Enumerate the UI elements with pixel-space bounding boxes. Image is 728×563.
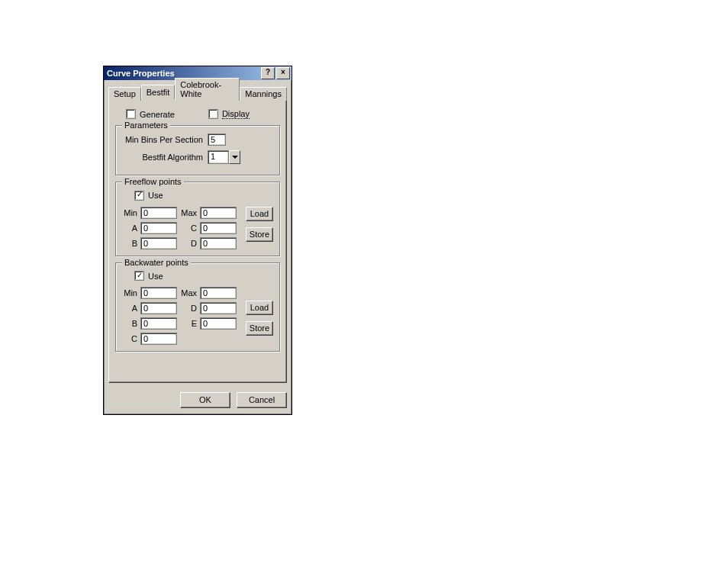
bw-min-input[interactable]: 0: [140, 287, 177, 299]
ff-min-input[interactable]: 0: [140, 207, 177, 219]
bw-c-input[interactable]: 0: [140, 333, 177, 345]
ff-b-label: B: [122, 239, 137, 248]
checkbox-checked-icon: [134, 271, 144, 281]
ff-d-label: D: [180, 239, 197, 248]
bestfit-algo-value[interactable]: 1: [208, 150, 229, 164]
tabstrip: Setup Bestfit Colebrook-White Mannings: [108, 85, 287, 100]
ff-a-input[interactable]: 0: [140, 222, 177, 234]
tabpanel-bestfit: Generate Display Parameters Min Bins Per…: [108, 99, 287, 383]
freeflow-use-checkbox[interactable]: Use: [134, 191, 163, 201]
bw-b-label: B: [122, 319, 137, 328]
backwater-use-label: Use: [148, 272, 163, 281]
curve-properties-dialog: Curve Properties ? × Setup Bestfit Coleb…: [103, 66, 292, 415]
backwater-legend: Backwater points: [122, 258, 191, 267]
bw-min-label: Min: [122, 288, 137, 298]
tab-bestfit[interactable]: Bestfit: [141, 85, 176, 100]
ff-d-input[interactable]: 0: [200, 237, 237, 249]
backwater-group: Backwater points Use Min 0 Max 0 A 0: [115, 262, 280, 352]
ff-c-label: C: [180, 224, 197, 233]
bw-b-input[interactable]: 0: [140, 317, 177, 330]
dialog-client: Setup Bestfit Colebrook-White Mannings G…: [104, 80, 292, 388]
backwater-use-checkbox[interactable]: Use: [134, 271, 163, 281]
freeflow-legend: Freeflow points: [122, 177, 184, 186]
bw-max-input[interactable]: 0: [200, 287, 237, 299]
bw-d-label: D: [180, 304, 197, 313]
parameters-group: Parameters Min Bins Per Section 5 Bestfi…: [115, 125, 280, 175]
ff-min-label: Min: [122, 208, 137, 217]
ff-max-input[interactable]: 0: [200, 207, 237, 219]
min-bins-input[interactable]: 5: [208, 134, 226, 146]
bw-e-label: E: [180, 319, 197, 328]
bw-d-input[interactable]: 0: [200, 302, 237, 314]
bestfit-algo-label: Bestfit Algorithm: [122, 153, 208, 162]
freeflow-use-label: Use: [148, 191, 163, 200]
backwater-load-button[interactable]: Load: [246, 301, 273, 315]
ff-max-label: Max: [180, 208, 197, 217]
checkbox-icon: [126, 109, 136, 119]
dialog-title: Curve Properties: [107, 69, 259, 78]
bw-c-label: C: [122, 334, 137, 343]
bw-a-label: A: [122, 304, 137, 313]
ff-a-label: A: [122, 224, 137, 233]
ff-b-input[interactable]: 0: [140, 237, 177, 249]
help-button[interactable]: ?: [261, 67, 275, 79]
min-bins-label: Min Bins Per Section: [122, 135, 208, 144]
display-checkbox[interactable]: Display: [208, 109, 250, 119]
bw-max-label: Max: [180, 288, 197, 298]
generate-checkbox[interactable]: Generate: [126, 109, 175, 119]
freeflow-load-button[interactable]: Load: [246, 207, 273, 221]
ok-button[interactable]: OK: [180, 392, 230, 408]
backwater-store-button[interactable]: Store: [246, 321, 273, 336]
checkbox-checked-icon: [134, 191, 144, 201]
ff-c-input[interactable]: 0: [200, 222, 237, 234]
chevron-down-icon[interactable]: [229, 150, 240, 164]
freeflow-fields: Min 0 Max 0 A 0 C 0 B 0 D 0: [122, 207, 237, 249]
generate-label: Generate: [140, 110, 175, 119]
bw-e-input[interactable]: 0: [200, 317, 237, 330]
checkbox-icon: [208, 109, 218, 119]
bestfit-algo-combo[interactable]: 1: [208, 150, 240, 164]
close-button[interactable]: ×: [276, 67, 290, 79]
tab-colebrook-white[interactable]: Colebrook-White: [175, 78, 240, 101]
dialog-footer: OK Cancel: [104, 388, 292, 414]
tab-mannings[interactable]: Mannings: [240, 87, 287, 101]
display-label: Display: [222, 109, 250, 119]
cancel-button[interactable]: Cancel: [237, 392, 287, 408]
backwater-fields: Min 0 Max 0 A 0 D 0 B 0 E 0 C 0: [122, 287, 237, 345]
freeflow-group: Freeflow points Use Min 0 Max 0 A 0: [115, 182, 280, 256]
bw-a-input[interactable]: 0: [140, 302, 177, 314]
parameters-legend: Parameters: [122, 121, 170, 130]
freeflow-store-button[interactable]: Store: [246, 227, 273, 242]
tab-setup[interactable]: Setup: [108, 87, 141, 101]
